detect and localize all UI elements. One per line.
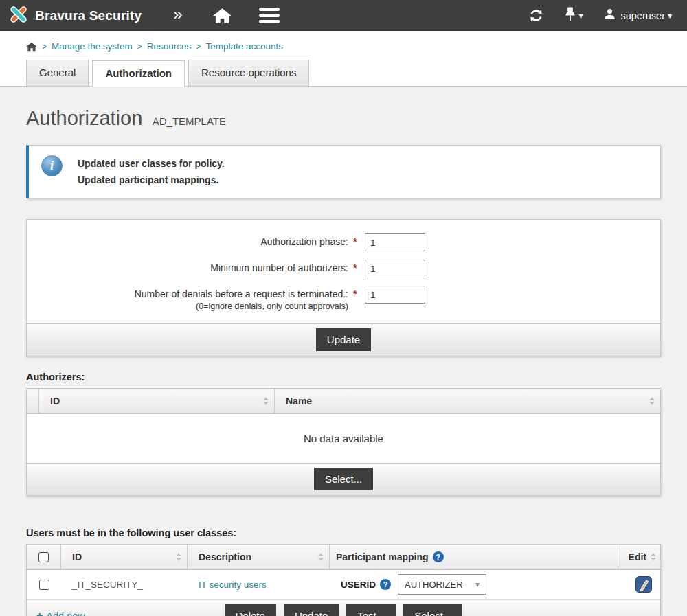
breadcrumb-separator: > [137, 42, 142, 52]
caret-down-icon: ▾ [578, 12, 583, 20]
user-icon [603, 8, 616, 23]
tab-general[interactable]: General [26, 60, 89, 86]
breadcrumb-home-icon[interactable] [26, 42, 37, 52]
tab-authorization[interactable]: Authorization [92, 60, 185, 87]
user-classes-column-participant-mapping[interactable]: Participant mapping ? [330, 545, 618, 569]
denials-terminate-label: Number of denials before a request is te… [27, 288, 348, 299]
select-authorizers-button[interactable]: Select... [314, 468, 373, 490]
select-all-cell [27, 545, 61, 569]
home-icon[interactable] [213, 8, 232, 24]
menu-icon[interactable] [259, 5, 280, 27]
page-subtitle-text: AD_TEMPLATE [153, 115, 226, 127]
pin-menu[interactable]: ▾ [565, 6, 583, 25]
add-new-link[interactable]: + Add new... [36, 610, 93, 616]
sort-icon [169, 553, 181, 561]
row-checkbox[interactable] [39, 580, 49, 590]
breadcrumb-link-template-accounts[interactable]: Template accounts [205, 41, 283, 52]
brand[interactable]: Bravura Security [8, 4, 142, 27]
update-settings-button[interactable]: Update [316, 328, 371, 351]
user-menu[interactable]: superuser ▾ [603, 8, 672, 23]
authorizers-section-label: Authorizers: [26, 372, 687, 383]
info-message: Updated participant mappings. [78, 172, 225, 188]
minimum-authorizers-input[interactable] [365, 260, 425, 277]
expand-menu-icon[interactable]: » [173, 6, 182, 25]
required-asterisk: * [353, 262, 360, 273]
help-icon[interactable]: ? [380, 579, 391, 590]
minimum-authorizers-label: Minimum number of authorizers: [27, 260, 348, 273]
breadcrumb-separator: > [196, 42, 201, 52]
update-user-classes-button[interactable]: Update [284, 604, 339, 616]
form-row: Number of denials before a request is te… [27, 282, 660, 315]
info-icon: i [41, 155, 63, 176]
plus-icon: + [36, 610, 43, 616]
select-caret-icon: ▾ [475, 580, 480, 589]
breadcrumb-separator: > [42, 42, 47, 52]
row-id-cell: _IT_SECURITY_ [61, 580, 188, 590]
select-all-checkbox[interactable] [38, 552, 49, 562]
required-asterisk: * [353, 236, 360, 247]
authorization-phase-input[interactable] [365, 233, 425, 251]
authorization-settings-panel: Authorization phase: * Minimum number of… [26, 219, 661, 356]
user-classes-table: ID Description Participant mapping ? Edi… [26, 544, 661, 616]
breadcrumb-link-resources[interactable]: Resources [147, 41, 192, 52]
brand-title: Bravura Security [35, 8, 142, 23]
top-navbar: Bravura Security » [0, 0, 687, 31]
pin-icon [565, 6, 576, 25]
authorizers-table: ID Name No data available Select... [26, 388, 661, 496]
tab-resource-operations[interactable]: Resource operations [188, 60, 309, 86]
page-title-text: Authorization [26, 107, 142, 129]
row-description-link[interactable]: IT security users [199, 580, 267, 590]
delete-button[interactable]: Delete [225, 604, 276, 616]
authorization-phase-label: Authorization phase: [27, 233, 348, 247]
user-classes-column-id[interactable]: ID [61, 545, 188, 569]
info-message: Updated user classes for policy. [78, 155, 225, 172]
info-message-box: i Updated user classes for policy. Updat… [26, 145, 661, 198]
user-classes-column-description[interactable]: Description [188, 545, 330, 569]
tab-bar: General Authorization Resource operation… [0, 60, 687, 87]
required-asterisk: * [353, 288, 360, 299]
table-row: _IT_SECURITY_ IT security users USERID ?… [27, 570, 660, 600]
authorizers-column-id[interactable]: ID [39, 389, 275, 413]
username-label: superuser [620, 10, 664, 21]
sort-icon [642, 397, 655, 405]
refresh-icon[interactable] [528, 8, 544, 23]
sort-icon [311, 553, 324, 561]
denials-terminate-input[interactable] [365, 286, 425, 304]
breadcrumb-link-manage-the-system[interactable]: Manage the system [52, 41, 133, 52]
sort-icon [646, 553, 656, 561]
page-title: Authorization AD_TEMPLATE [0, 87, 687, 145]
caret-down-icon: ▾ [668, 12, 672, 20]
breadcrumb: > Manage the system > Resources > Templa… [0, 31, 687, 60]
participant-mapping-select[interactable]: AUTHORIZER ▾ [398, 574, 486, 595]
form-row: Minimum number of authorizers: * [27, 255, 660, 282]
authorizers-leading-column [27, 389, 39, 413]
test-button[interactable]: Test... [346, 604, 396, 616]
denials-terminate-note: (0=ignore denials, only count approvals) [27, 301, 348, 311]
sort-icon [256, 397, 269, 405]
edit-row-icon[interactable] [635, 576, 652, 593]
help-icon[interactable]: ? [433, 551, 444, 562]
select-user-classes-button[interactable]: Select... [403, 604, 462, 616]
user-classes-section-label: Users must be in the following user clas… [26, 527, 687, 538]
authorizers-empty-row: No data available [27, 414, 660, 463]
authorizers-column-name[interactable]: Name [275, 389, 660, 413]
user-classes-column-edit[interactable]: Edit [618, 545, 660, 569]
form-row: Authorization phase: * [27, 229, 660, 255]
mapping-attribute-label: USERID [341, 580, 376, 590]
brand-logo-icon [8, 4, 29, 27]
